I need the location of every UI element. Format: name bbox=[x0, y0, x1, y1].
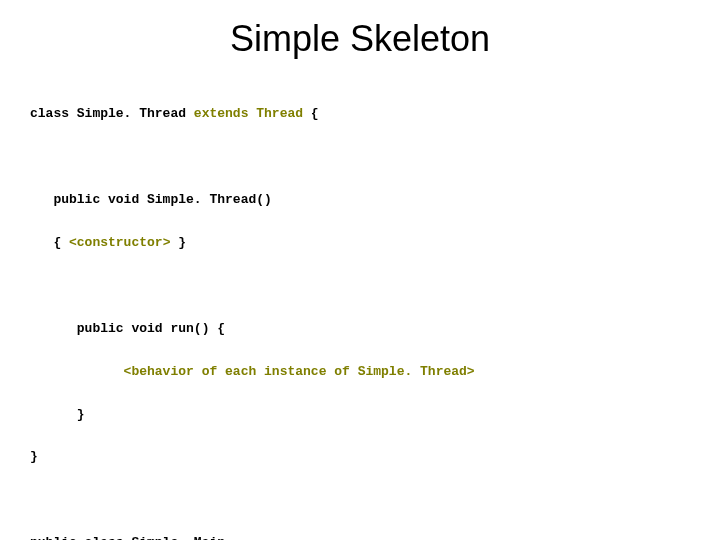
blank-line bbox=[30, 489, 690, 510]
code-line: class Simple. Thread extends Thread { bbox=[30, 103, 690, 124]
placeholder: <constructor> bbox=[69, 235, 170, 250]
code-line: public void run() { bbox=[30, 318, 690, 339]
code-line: } bbox=[30, 446, 690, 467]
code-text: { bbox=[30, 235, 69, 250]
code-line: } bbox=[30, 404, 690, 425]
code-text: public class Simple. Main bbox=[30, 535, 225, 540]
slide-title: Simple Skeleton bbox=[0, 0, 720, 82]
code-line: <behavior of each instance of Simple. Th… bbox=[30, 361, 690, 382]
placeholder: <behavior of each instance of Simple. Th… bbox=[30, 364, 475, 379]
code-line: public void Simple. Thread() bbox=[30, 189, 690, 210]
code-text: public void run() { bbox=[30, 321, 225, 336]
code-text: { bbox=[303, 106, 319, 121]
code-text: } bbox=[30, 449, 38, 464]
code-text: } bbox=[170, 235, 186, 250]
keyword: extends Thread bbox=[194, 106, 303, 121]
blank-line bbox=[30, 275, 690, 296]
code-line: { <constructor> } bbox=[30, 232, 690, 253]
code-text: class Simple. Thread bbox=[30, 106, 194, 121]
code-text: public void Simple. Thread() bbox=[30, 192, 272, 207]
code-text: } bbox=[30, 407, 85, 422]
blank-line bbox=[30, 146, 690, 167]
code-line: public class Simple. Main bbox=[30, 532, 690, 540]
code-block: class Simple. Thread extends Thread { pu… bbox=[0, 82, 720, 540]
